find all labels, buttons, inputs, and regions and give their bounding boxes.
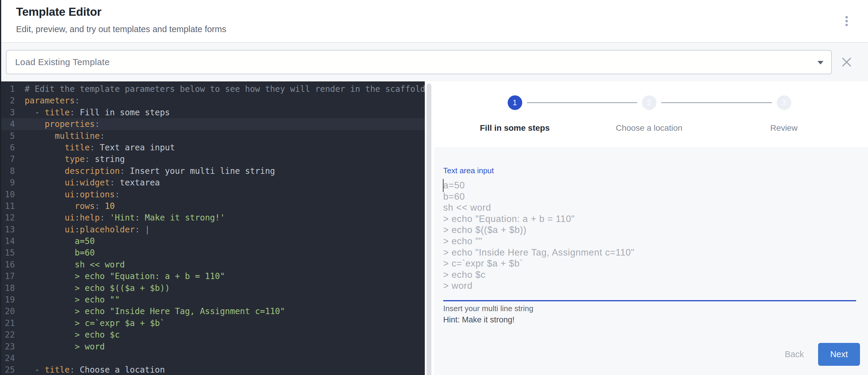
code-line-8[interactable]: 8 description: Insert your multi line st…	[0, 165, 425, 177]
code-text: a=50	[15, 235, 95, 247]
code-line-7[interactable]: 7 type: string	[0, 153, 425, 165]
textarea-placeholder-line: > echo $c	[443, 269, 856, 281]
line-number: 21	[0, 317, 15, 329]
code-text: ui:placeholder: |	[15, 224, 150, 235]
code-line-1[interactable]: 1# Edit the template parameters below to…	[0, 83, 425, 95]
code-line-23[interactable]: 23 > word	[0, 341, 425, 352]
textarea-placeholder-line: > echo "Equation: a + b = 110"	[443, 213, 856, 225]
code-text: > c=`expr $a + $b`	[15, 317, 165, 329]
code-text: - title: Fill in some steps	[15, 107, 170, 118]
code-line-2[interactable]: 2parameters:	[0, 95, 425, 106]
line-number: 24	[0, 352, 15, 364]
code-text: > echo ""	[15, 294, 120, 306]
page-title: Template Editor	[16, 5, 101, 19]
template-toolbar: Load Existing Template	[0, 43, 868, 82]
code-line-16[interactable]: 16 sh << word	[0, 259, 425, 271]
code-text: > word	[15, 341, 105, 352]
code-text: ui:help: 'Hint: Make it strong!'	[15, 212, 225, 223]
code-text: properties:	[15, 118, 100, 130]
step-3-circle: 3	[777, 95, 792, 110]
preview-panel: 1Fill in some steps2Choose a location3Re…	[434, 82, 868, 375]
textarea-placeholder-line: > c=`expr $a + $b`	[443, 258, 856, 269]
textarea-placeholder-line: b=60	[443, 191, 856, 202]
step-connector	[661, 102, 772, 103]
line-number: 25	[0, 364, 15, 375]
code-line-6[interactable]: 6 title: Text area input	[0, 142, 425, 153]
line-number: 8	[0, 165, 15, 177]
line-number: 1	[0, 83, 15, 95]
resize-handle[interactable]	[427, 84, 431, 375]
code-line-13[interactable]: 13 ui:placeholder: |	[0, 224, 425, 235]
code-text: sh << word	[15, 259, 125, 271]
step-1-label: Fill in some steps	[453, 123, 577, 133]
code-text: > echo "Equation: a + b = 110"	[15, 271, 225, 282]
line-number: 23	[0, 341, 15, 352]
form-stepper: 1Fill in some steps2Choose a location3Re…	[434, 82, 868, 147]
line-number: 7	[0, 153, 15, 165]
code-line-25[interactable]: 25 - title: Choose a location	[0, 364, 425, 375]
code-text: - title: Choose a location	[15, 364, 165, 375]
line-number: 18	[0, 282, 15, 294]
kebab-menu-icon	[845, 16, 848, 19]
code-text: > echo "Inside Here Tag, Assignment c=11…	[15, 306, 285, 317]
field-description: Insert your multi line string	[443, 304, 533, 313]
textarea-placeholder-line: > echo $(($a + $b))	[443, 224, 856, 236]
code-line-19[interactable]: 19 > echo ""	[0, 294, 425, 306]
close-button[interactable]	[838, 54, 855, 70]
line-number: 16	[0, 259, 15, 271]
line-number: 17	[0, 271, 15, 282]
line-number: 3	[0, 107, 15, 118]
code-text: b=60	[15, 247, 95, 258]
code-line-10[interactable]: 10 ui:options:	[0, 189, 425, 200]
textarea-placeholder-line: > echo ""	[443, 236, 856, 247]
code-text: multiline:	[15, 130, 105, 142]
template-form: Text area input a=50b=60sh << word> echo…	[434, 147, 868, 375]
textarea-placeholder-line: a=50	[443, 180, 856, 191]
code-line-24[interactable]: 24	[0, 352, 425, 364]
code-text: ui:widget: textarea	[15, 177, 160, 188]
template-editor-app: Template Editor Edit, preview, and try o…	[0, 0, 868, 375]
close-icon	[842, 57, 852, 67]
select-placeholder: Load Existing Template	[15, 57, 110, 67]
text-cursor	[443, 179, 443, 192]
panel-divider	[425, 82, 434, 375]
textarea-placeholder-line: > echo "Inside Here Tag, Assignment c=11…	[443, 247, 856, 258]
line-number: 9	[0, 177, 15, 188]
code-text: rows: 10	[15, 200, 115, 212]
code-line-3[interactable]: 3 - title: Fill in some steps	[0, 107, 425, 118]
back-button[interactable]: Back	[776, 343, 812, 366]
textarea-input[interactable]: a=50b=60sh << word> echo "Equation: a + …	[443, 180, 856, 291]
line-number: 15	[0, 247, 15, 258]
line-number: 19	[0, 294, 15, 306]
code-line-18[interactable]: 18 > echo $(($a + $b))	[0, 282, 425, 294]
load-existing-template-select[interactable]: Load Existing Template	[6, 50, 832, 74]
code-line-5[interactable]: 5 multiline:	[0, 130, 425, 142]
code-line-9[interactable]: 9 ui:widget: textarea	[0, 177, 425, 188]
page-subtitle: Edit, preview, and try out templates and…	[16, 24, 226, 34]
kebab-menu-icon	[845, 24, 848, 26]
main-split: 1# Edit the template parameters below to…	[0, 82, 868, 375]
caret-down-icon	[817, 61, 824, 64]
code-line-12[interactable]: 12 ui:help: 'Hint: Make it strong!'	[0, 212, 425, 223]
code-line-4[interactable]: 4 properties:	[0, 118, 425, 130]
code-line-20[interactable]: 20 > echo "Inside Here Tag, Assignment c…	[0, 306, 425, 317]
code-line-17[interactable]: 17 > echo "Equation: a + b = 110"	[0, 271, 425, 282]
line-number: 11	[0, 200, 15, 212]
code-text: title: Text area input	[15, 142, 175, 153]
yaml-code-editor[interactable]: 1# Edit the template parameters below to…	[0, 82, 425, 375]
step-2-circle: 2	[642, 95, 656, 110]
step-2-label: Choose a location	[587, 123, 711, 133]
code-line-14[interactable]: 14 a=50	[0, 235, 425, 247]
line-number: 2	[0, 95, 15, 106]
code-line-21[interactable]: 21 > c=`expr $a + $b`	[0, 317, 425, 329]
code-text: # Edit the template parameters below to …	[15, 83, 425, 95]
code-line-11[interactable]: 11 rows: 10	[0, 200, 425, 212]
textarea-focus-underline	[443, 300, 856, 301]
code-line-22[interactable]: 22 > echo $c	[0, 329, 425, 341]
line-number: 10	[0, 189, 15, 200]
next-button[interactable]: Next	[818, 343, 860, 366]
line-number: 12	[0, 212, 15, 223]
step-1-circle: 1	[508, 95, 522, 110]
more-options-button[interactable]	[842, 16, 851, 26]
code-line-15[interactable]: 15 b=60	[0, 247, 425, 258]
